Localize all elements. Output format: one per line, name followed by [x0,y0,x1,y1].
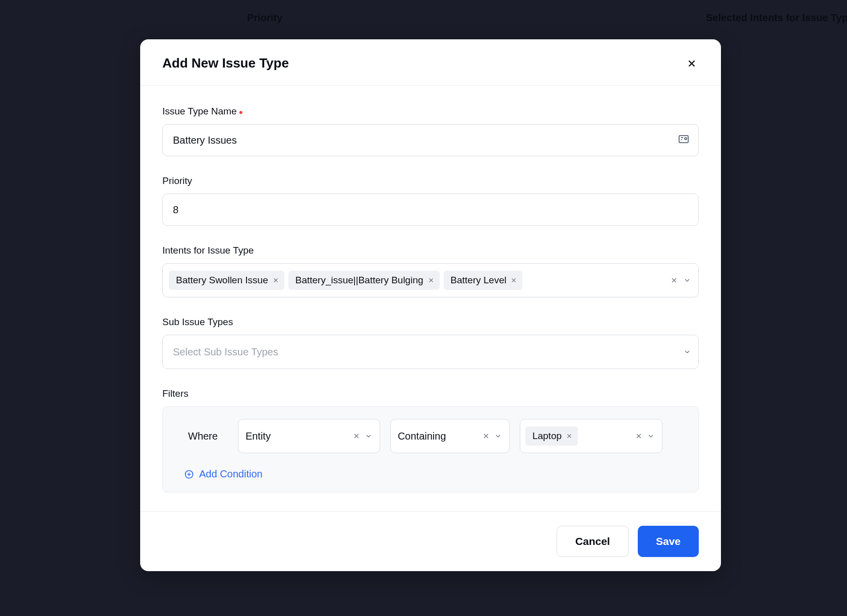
background-table-header: Priority Selected Intents for Issue Type [0,0,847,35]
plus-circle-icon [184,469,194,479]
sub-issue-types-label: Sub Issue Types [162,317,699,328]
filter-field-text: Entity [246,430,348,442]
filters-label: Filters [162,388,699,399]
chevron-down-icon[interactable] [494,432,502,440]
clear-all-icon[interactable] [670,276,678,284]
close-button[interactable] [685,56,699,71]
chip-label: Laptop [532,430,562,442]
bg-col-intents: Selected Intents for Issue Type [706,12,847,24]
filter-value-select[interactable]: Laptop [520,419,662,453]
add-condition-label: Add Condition [199,468,263,480]
priority-label: Priority [162,175,699,187]
chevron-down-icon[interactable] [683,276,691,284]
intent-chip: Battery Level [444,271,523,290]
intents-multiselect[interactable]: Battery Swollen Issue Battery_issue||Bat… [162,263,699,297]
issue-type-name-label: Issue Type Name● [162,106,699,117]
label-text: Issue Type Name [162,106,237,116]
add-condition-button[interactable]: Add Condition [178,468,683,480]
chip-label: Battery_issue||Battery Bulging [295,275,424,286]
translate-icon[interactable] [678,133,690,147]
sub-placeholder: Select Sub Issue Types [169,346,278,358]
filter-row: Where Entity Containing [178,419,683,453]
sub-issue-types-select[interactable]: Select Sub Issue Types [162,335,699,369]
chip-remove[interactable] [272,277,279,284]
modal-body: Issue Type Name● Priority Intents for Is… [140,86,721,511]
intent-chip: Battery Swollen Issue [169,271,284,290]
field-filters: Filters Where Entity Containing [162,388,699,492]
chip-remove[interactable] [566,433,573,440]
clear-icon[interactable] [352,432,360,440]
field-issue-type-name: Issue Type Name● [162,106,699,156]
intents-label: Intents for Issue Type [162,245,699,256]
modal-header: Add New Issue Type [140,39,721,86]
bg-col-priority: Priority [247,12,282,24]
chip-remove[interactable] [510,277,517,284]
filters-container: Where Entity Containing [162,406,699,492]
filter-where-label: Where [188,430,218,442]
required-indicator: ● [239,108,243,116]
filter-value-chip: Laptop [525,426,578,446]
field-priority: Priority [162,175,699,226]
issue-type-name-input[interactable] [162,124,699,156]
intent-chip: Battery_issue||Battery Bulging [288,271,440,290]
svg-point-1 [685,138,687,140]
close-icon [686,58,697,69]
modal-title: Add New Issue Type [162,55,289,71]
clear-icon[interactable] [482,432,490,440]
save-button[interactable]: Save [638,526,699,557]
cancel-button[interactable]: Cancel [557,526,629,557]
filter-operator-select[interactable]: Containing [390,419,510,453]
priority-input[interactable] [162,194,699,226]
filter-field-select[interactable]: Entity [238,419,380,453]
field-intents: Intents for Issue Type Battery Swollen I… [162,245,699,297]
modal-footer: Cancel Save [140,511,721,571]
clear-icon[interactable] [635,432,643,440]
chip-remove[interactable] [428,277,435,284]
chevron-down-icon[interactable] [647,432,655,440]
chevron-down-icon[interactable] [683,348,691,356]
field-sub-issue-types: Sub Issue Types Select Sub Issue Types [162,317,699,369]
chip-label: Battery Swollen Issue [176,275,268,286]
filter-op-text: Containing [398,430,478,442]
add-issue-type-modal: Add New Issue Type Issue Type Name● Prio… [140,39,721,571]
chevron-down-icon[interactable] [365,432,373,440]
chip-label: Battery Level [451,275,507,286]
